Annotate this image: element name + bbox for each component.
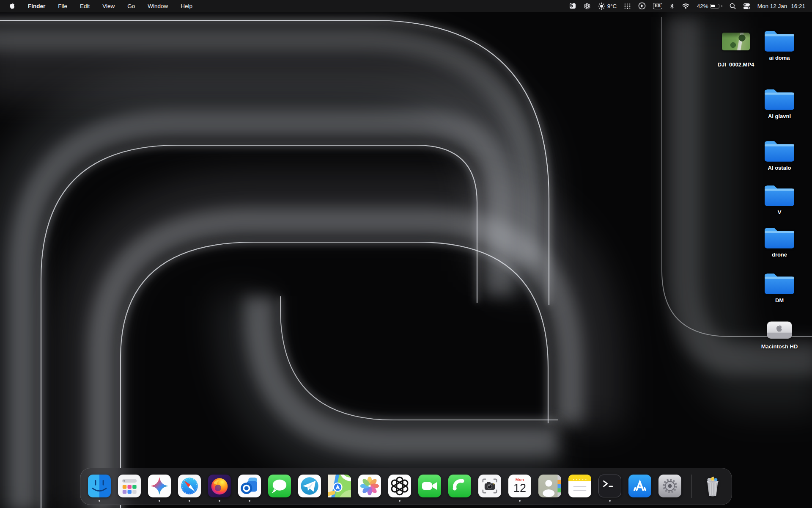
running-indicator — [399, 500, 401, 502]
desktop-icon-label: drone — [772, 251, 787, 258]
menu-view[interactable]: View — [102, 3, 115, 9]
trash-full-logo — [701, 475, 724, 497]
dock-messages-icon[interactable] — [268, 475, 291, 504]
desktop-icon-label: DJI_0002.MP4 — [718, 61, 754, 68]
desktop-icon-label: ai doma — [769, 55, 790, 61]
dock-contacts-icon[interactable] — [538, 475, 561, 504]
appstore-logo — [628, 475, 651, 497]
menu-go[interactable]: Go — [127, 3, 135, 9]
firefox-logo — [208, 475, 231, 497]
folder-icon — [763, 182, 796, 208]
desktop-icon-ai-ostalo[interactable]: AI ostalo — [756, 138, 803, 171]
macos-desktop: Finder File Edit View Go Window Help — [0, 0, 812, 508]
dock-gemini-icon[interactable] — [148, 475, 171, 504]
running-indicator — [519, 500, 521, 502]
screenshot-tool-glyph — [569, 3, 576, 9]
battery-nub — [721, 5, 722, 7]
dock-screenshot-icon[interactable] — [478, 475, 501, 504]
folder-icon — [763, 86, 796, 112]
video-thumbnail — [722, 33, 750, 50]
running-indicator — [189, 500, 190, 502]
outlook-logo — [238, 475, 261, 497]
telegram-logo — [298, 475, 321, 497]
dock-chatgpt-icon[interactable] — [388, 475, 411, 504]
dock-facetime-icon[interactable] — [418, 475, 441, 504]
input-source-switcher[interactable]: ES — [653, 0, 662, 12]
dock-terminal-icon[interactable] — [598, 475, 621, 504]
clock-date: Mon 12 Jan — [757, 3, 787, 9]
dots-grid-icon[interactable] — [624, 0, 631, 12]
clock-time: 16:21 — [791, 3, 805, 9]
wifi-icon[interactable] — [682, 0, 690, 12]
battery-status[interactable]: 42% — [697, 0, 722, 12]
desktop-icon-macintosh-hd[interactable]: Macintosh HD — [756, 318, 803, 350]
active-app-menu[interactable]: Finder — [28, 3, 45, 9]
play-circle-glyph — [638, 2, 646, 10]
desktop-icon-label: Macintosh HD — [761, 343, 798, 350]
dock-calendar-icon[interactable]: Mon 12 — [508, 475, 531, 504]
battery-percent: 42% — [697, 3, 708, 9]
running-indicator — [249, 500, 250, 502]
settings-logo — [658, 475, 681, 497]
calendar-weekday: Mon — [516, 477, 524, 482]
running-indicator — [219, 500, 220, 502]
dock-safari-icon[interactable] — [178, 475, 201, 504]
desktop-icon-dm[interactable]: DM — [756, 271, 803, 304]
dock-trash-icon[interactable] — [701, 475, 724, 504]
bluetooth-icon[interactable] — [669, 0, 675, 12]
dock-photos-icon[interactable] — [358, 475, 381, 504]
finder-logo — [88, 475, 111, 497]
desktop-icon-drone[interactable]: drone — [756, 225, 803, 258]
terminal-logo — [598, 475, 621, 497]
notes-logo — [568, 475, 591, 497]
dock-phone-icon[interactable] — [448, 475, 471, 504]
menu-window[interactable]: Window — [148, 3, 168, 9]
desktop-icon-v[interactable]: V — [756, 182, 803, 215]
desktop-icon-label: DM — [775, 297, 784, 304]
control-center-icon[interactable] — [743, 0, 750, 12]
facetime-logo — [418, 475, 441, 497]
dock-launchpad-icon[interactable] — [118, 475, 141, 504]
chatgpt-menu-icon[interactable] — [584, 0, 591, 12]
weather-item[interactable]: 9°C — [598, 0, 617, 12]
now-playing-icon[interactable] — [638, 0, 646, 12]
launchpad-logo — [118, 475, 141, 497]
spotlight-icon[interactable] — [730, 0, 736, 12]
input-source-badge: ES — [653, 3, 662, 9]
chatgpt-glyph — [584, 3, 591, 10]
bluetooth-glyph — [669, 3, 675, 10]
dock: Mon 12 — [80, 468, 732, 505]
dock-maps-icon[interactable] — [328, 475, 351, 504]
screenshot-logo — [478, 475, 501, 497]
dock-notes-icon[interactable] — [568, 475, 591, 504]
dock-separator — [691, 475, 691, 498]
screenshot-tool-icon[interactable] — [569, 0, 576, 12]
messages-logo — [268, 475, 291, 497]
menu-edit[interactable]: Edit — [80, 3, 90, 9]
wifi-glyph — [682, 3, 690, 9]
dock-appstore-icon[interactable] — [628, 475, 651, 504]
running-indicator — [159, 500, 160, 502]
apple-logo-icon — [9, 3, 15, 9]
apple-menu[interactable] — [9, 3, 15, 9]
maps-logo — [328, 475, 351, 497]
safari-logo — [178, 475, 201, 497]
menu-file[interactable]: File — [58, 3, 67, 9]
desktop-icon-ai-glavni[interactable]: AI glavni — [756, 86, 803, 119]
calendar-day: 12 — [513, 482, 526, 494]
menu-bar: Finder File Edit View Go Window Help — [0, 0, 812, 12]
weather-temp: 9°C — [607, 3, 617, 9]
dock-firefox-icon[interactable] — [208, 475, 231, 504]
search-glyph — [730, 3, 736, 9]
menu-help[interactable]: Help — [181, 3, 192, 9]
dock-settings-icon[interactable] — [658, 475, 681, 504]
dock-finder-icon[interactable] — [88, 475, 111, 504]
menu-clock[interactable]: Mon 12 Jan 16:21 — [757, 0, 805, 12]
running-indicator — [99, 500, 100, 502]
desktop-icon-dji-video[interactable]: DJI_0002.MP4 — [713, 33, 759, 68]
dock-outlook-icon[interactable] — [238, 475, 261, 504]
battery-icon — [710, 4, 719, 8]
desktop-icon-ai-doma[interactable]: ai doma — [756, 28, 803, 61]
dock-telegram-icon[interactable] — [298, 475, 321, 504]
gemini-logo — [148, 475, 171, 497]
